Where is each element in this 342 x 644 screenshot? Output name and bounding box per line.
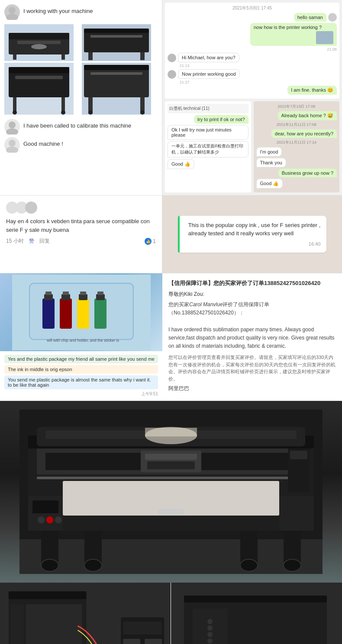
chat-msg-2-row: now how is the printer working ? [168, 23, 337, 46]
package-chat-overlay: Yes and the plastic package my friend al… [0, 351, 162, 400]
svg-point-30 [140, 110, 145, 115]
date-stamp-3: 2021年11月11日 17:08 [256, 122, 337, 128]
chat-sub-right: 2021年7月13日 17:08 Already back home ? 😅 2… [254, 101, 340, 192]
chat-msg-1-row: hello saman [168, 13, 337, 22]
svg-rect-44 [79, 294, 87, 300]
chinese-msg: 一单元，施工在试里面#检查白墨打印机，以确认了解结果多少 [168, 141, 248, 157]
date-stamp-4: 2021年11月11日 17:14 [256, 140, 337, 145]
svg-point-80 [284, 559, 301, 571]
fb-time: 15 小时 [6, 237, 24, 245]
chat-label: 白墨机·technical (11) [168, 104, 248, 113]
svg-rect-4 [9, 33, 69, 39]
print-msg: try to print if ok or not? [194, 115, 248, 124]
chat-bottom-pair: 白墨机·technical (11) try to print if ok or… [165, 101, 339, 192]
svg-rect-37 [42, 298, 55, 329]
svg-point-79 [240, 559, 258, 571]
svg-rect-11 [84, 29, 149, 33]
order-review-body-text: 您的买家Carol Manvlue评价了信用保障订单（No.1388524275… [168, 301, 336, 317]
order-review-body: 您的买家Carol Manvlue评价了信用保障订单（No.1388524275… [168, 301, 336, 350]
svg-rect-41 [61, 294, 70, 300]
fb-reply-button[interactable]: 回复 [39, 237, 50, 245]
date-stamp-2: 2021年7月13日 17:08 [256, 104, 337, 109]
svg-point-77 [41, 559, 58, 571]
wa-bubble-text: This is the popular copy ink , use for F… [184, 221, 321, 248]
svg-rect-95 [145, 639, 162, 644]
chat-avatar-right-1 [328, 13, 337, 22]
package-chat-msg-2: The ink in middle is orig epson [4, 365, 158, 374]
fb-review-body: Hay en 4 colors k vebden tinta para seru… [6, 217, 156, 234]
svg-point-33 [9, 140, 16, 147]
fb-review-header [6, 202, 156, 214]
bottom-photos [0, 583, 342, 644]
chat-time-2: 21:13 [180, 64, 337, 68]
calibrate-post: I have been called to calibrate this mac… [4, 119, 158, 135]
svg-point-29 [88, 110, 93, 115]
chat-time-1: 21:06 [168, 47, 337, 51]
svg-rect-18 [15, 76, 63, 79]
right-panel: 2021年5月8日 17:45 hello saman now how is t… [162, 0, 342, 195]
working-machine-post: I working with your machine [4, 4, 158, 20]
svg-rect-45 [80, 292, 86, 295]
chat-bubble-1: hello saman [294, 13, 326, 22]
svg-rect-40 [60, 298, 72, 329]
chat-msg-4-row: Now printer working good [168, 69, 337, 79]
svg-point-107 [207, 638, 213, 644]
chat-bubble-5: I am fine. thanks 😊 [287, 86, 337, 95]
whatsapp-panel: This is the popular copy ink , use for F… [162, 195, 342, 273]
second-section: Hay en 4 colors k vebden tinta para seru… [0, 195, 342, 273]
svg-rect-12 [90, 35, 142, 38]
svg-rect-60 [147, 461, 195, 469]
svg-point-8 [31, 44, 47, 49]
svg-rect-102 [184, 596, 327, 602]
good-machine-post: Good machine ! [4, 137, 158, 153]
svg-rect-94 [123, 639, 140, 644]
svg-rect-14 [140, 52, 145, 60]
svg-rect-43 [77, 298, 89, 329]
svg-rect-26 [90, 72, 142, 75]
svg-rect-85 [290, 451, 307, 459]
thumb-icon: 👍 [145, 238, 152, 245]
order-review-sign: 阿里巴巴 [168, 385, 336, 392]
svg-rect-48 [97, 292, 103, 295]
svg-point-34 [6, 147, 18, 153]
back-home-msg: Already back home ? 😅 [278, 111, 337, 120]
user-avatar-2 [4, 119, 20, 135]
svg-rect-42 [63, 292, 69, 295]
chat-msg-3-row: Hi Michael, how are you? [168, 53, 337, 62]
svg-point-71 [55, 516, 62, 523]
fb-avatar-3 [25, 202, 37, 214]
chat-bubble-3: Hi Michael, how are you? [178, 53, 239, 62]
order-review-english: I have ordered this sublimation paper ma… [168, 326, 336, 351]
svg-rect-59 [145, 454, 197, 460]
wa-line2: already tested and it really works very … [188, 229, 321, 238]
svg-point-0 [9, 7, 16, 14]
svg-rect-72 [279, 496, 314, 531]
third-section: will with chip and holder, and the stick… [0, 273, 342, 401]
package-panel: will with chip and holder, and the stick… [0, 273, 162, 400]
wa-line1: This is the popular copy ink , use for F… [188, 221, 321, 230]
user-avatar-1 [4, 4, 20, 20]
large-printer-photo [0, 401, 342, 583]
package-chat-msg-3: You send me plastic package is almost th… [4, 375, 158, 389]
svg-rect-38 [44, 294, 53, 300]
machine-img-1 [4, 24, 74, 61]
svg-rect-16 [9, 71, 69, 97]
machine-img-4 [82, 63, 151, 115]
svg-rect-82 [145, 428, 197, 436]
fb-review-panel: Hay en 4 colors k vebden tinta para seru… [0, 195, 162, 273]
chat-msg-5-row: I am fine. thanks 😊 [168, 86, 337, 95]
user-avatar-3 [4, 137, 20, 153]
machine-img-3 [4, 63, 74, 115]
order-review-salutation: 尊敬的Kiki Zou: [168, 291, 336, 298]
package-chat-msg-1: Yes and the plastic package my friend al… [4, 355, 158, 363]
order-review-panel: 【信用保障订单】您的买家评价了订单13885242750102642​0 尊敬的… [162, 273, 342, 400]
svg-point-31 [9, 122, 16, 128]
svg-rect-61 [37, 477, 305, 479]
svg-rect-47 [96, 294, 105, 300]
svg-point-21 [13, 110, 17, 115]
package-chat-time: 上午9:51 [4, 391, 158, 397]
chat-bubble-4: Now printer working good [178, 69, 240, 79]
fb-like-button[interactable]: 赞 [29, 237, 34, 245]
bottom-photo-right [171, 583, 342, 644]
working-machine-text: I working with your machine [23, 4, 93, 14]
